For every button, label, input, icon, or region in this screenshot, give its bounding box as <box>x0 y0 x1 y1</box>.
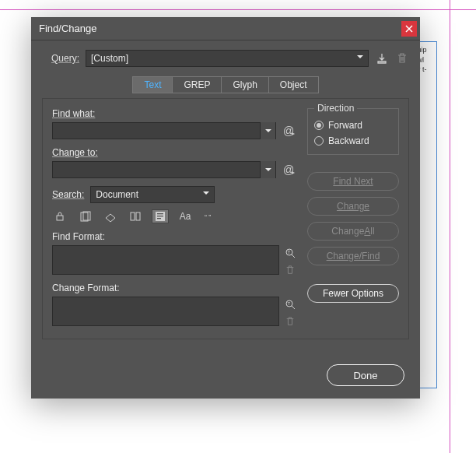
change-all-button[interactable]: Change All <box>307 222 399 241</box>
save-query-button[interactable] <box>375 51 389 65</box>
query-value: [Custom] <box>91 53 128 64</box>
footnotes-icon <box>154 210 166 223</box>
change-to-label: Change to: <box>52 147 296 158</box>
direction-group: Direction Forward Backward <box>307 108 399 155</box>
find-special-chars-button[interactable]: @▸ <box>281 125 296 137</box>
radio-checked-icon <box>314 121 324 130</box>
magnifier-icon: T <box>285 299 296 310</box>
change-format-box[interactable] <box>52 297 279 326</box>
change-format-specify-button[interactable]: T <box>284 298 296 311</box>
find-format-label: Find Format: <box>52 231 296 242</box>
hidden-layers-icon <box>104 210 117 223</box>
svg-rect-7 <box>157 216 163 216</box>
direction-backward-radio[interactable]: Backward <box>314 135 392 146</box>
close-button[interactable] <box>401 21 417 37</box>
direction-forward-radio[interactable]: Forward <box>314 120 392 131</box>
change-format-label: Change Format: <box>52 283 296 293</box>
find-next-button[interactable]: Find Next <box>307 172 399 191</box>
trash-icon <box>397 52 408 65</box>
tab-text[interactable]: Text <box>132 76 173 93</box>
tab-object[interactable]: Object <box>269 76 319 93</box>
hidden-layers-toggle[interactable] <box>102 209 119 223</box>
case-sensitive-toggle[interactable]: Aa <box>177 209 194 223</box>
query-label: Query: <box>42 53 79 64</box>
mode-tabs: Text GREP Glyph Object <box>42 76 409 93</box>
master-pages-icon <box>129 210 142 223</box>
search-label: Search: <box>52 189 84 200</box>
locked-layers-icon <box>54 210 67 223</box>
search-scope-select[interactable]: Document <box>90 186 215 203</box>
change-to-input[interactable] <box>52 161 276 178</box>
svg-rect-4 <box>136 212 140 220</box>
svg-rect-2 <box>83 212 90 220</box>
find-format-box[interactable] <box>52 245 279 275</box>
delete-query-button[interactable] <box>395 51 409 65</box>
change-format-clear-button[interactable] <box>284 315 296 328</box>
search-option-icons: Aa “ ” <box>52 209 296 223</box>
trash-icon <box>285 316 295 327</box>
locked-stories-icon <box>79 210 92 223</box>
whole-word-toggle[interactable]: “ ” <box>201 209 219 223</box>
locked-layers-toggle[interactable] <box>52 209 69 223</box>
svg-text:T: T <box>288 250 291 255</box>
svg-rect-0 <box>57 216 63 220</box>
footnotes-toggle[interactable] <box>152 209 169 223</box>
svg-text:T: T <box>288 301 291 306</box>
radio-unchecked-icon <box>314 136 324 146</box>
save-query-icon <box>376 52 388 65</box>
find-format-specify-button[interactable]: T <box>284 247 296 259</box>
find-change-dialog: Find/Change Query: [Custom] Text GREP Gl… <box>31 17 420 399</box>
change-find-button[interactable]: Change/Find <box>307 247 399 265</box>
find-what-dropdown[interactable] <box>260 122 275 139</box>
find-format-clear-button[interactable] <box>284 264 296 276</box>
dialog-titlebar[interactable]: Find/Change <box>31 17 420 40</box>
magnifier-icon: T <box>285 248 296 258</box>
svg-rect-1 <box>81 212 88 221</box>
dialog-title: Find/Change <box>39 23 401 34</box>
find-what-label: Find what: <box>52 108 296 119</box>
close-icon <box>405 25 413 33</box>
svg-rect-8 <box>157 218 161 219</box>
tab-grep[interactable]: GREP <box>173 76 222 93</box>
direction-legend: Direction <box>314 103 357 114</box>
find-what-input[interactable] <box>52 122 276 139</box>
tab-glyph[interactable]: Glyph <box>222 76 268 93</box>
whole-word-icon: “ ” <box>204 210 216 223</box>
svg-rect-6 <box>157 213 163 214</box>
done-button[interactable]: Done <box>327 364 404 386</box>
query-select[interactable]: [Custom] <box>86 50 369 67</box>
svg-rect-3 <box>131 212 135 220</box>
change-button[interactable]: Change <box>307 197 399 216</box>
fewer-options-button[interactable]: Fewer Options <box>307 284 399 303</box>
master-pages-toggle[interactable] <box>127 209 144 223</box>
locked-stories-toggle[interactable] <box>77 209 94 223</box>
search-scope-value: Document <box>96 189 138 200</box>
trash-icon <box>285 265 295 276</box>
change-to-dropdown[interactable] <box>260 161 275 178</box>
svg-text:“ ”: “ ” <box>205 213 211 221</box>
change-special-chars-button[interactable]: @▸ <box>281 163 296 176</box>
